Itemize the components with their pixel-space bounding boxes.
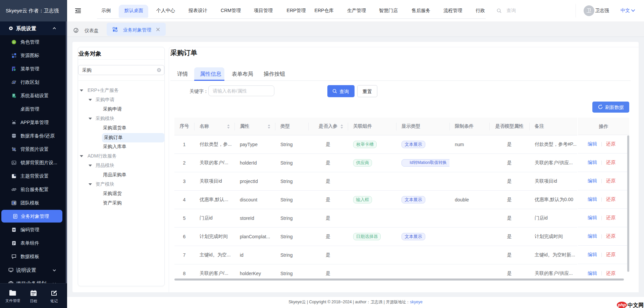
svg-text:A: A bbox=[13, 41, 15, 44]
svg-text:W: W bbox=[13, 228, 15, 231]
